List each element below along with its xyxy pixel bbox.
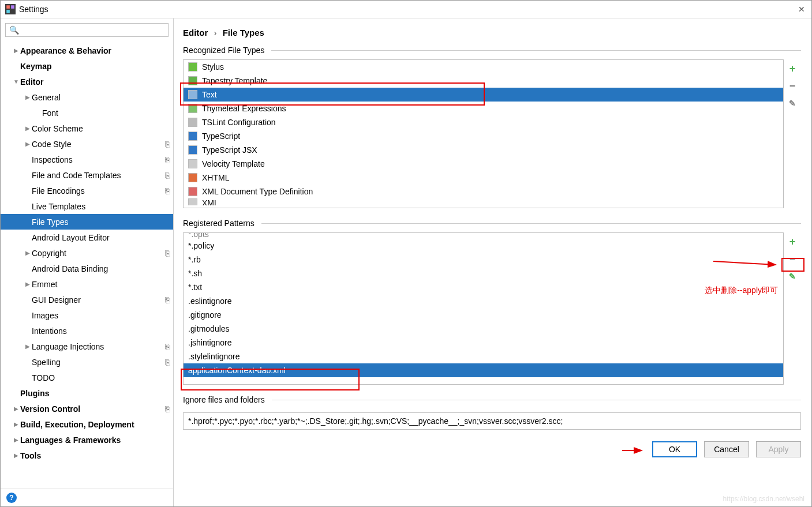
filetype-row[interactable]: TypeScript <box>184 129 783 143</box>
filetype-row[interactable]: Velocity Template <box>184 157 783 171</box>
pattern-row[interactable]: .eslintignore <box>184 294 783 308</box>
sidebar-item-code-style[interactable]: ▶Code Style⎘ <box>1 136 173 152</box>
app-icon <box>5 4 16 14</box>
chevron-icon: ▶ <box>12 47 20 54</box>
sidebar-item-images[interactable]: Images <box>1 307 173 323</box>
sidebar-item-android-data-binding[interactable]: Android Data Binding <box>1 261 173 276</box>
search-input[interactable] <box>21 25 164 35</box>
filetype-row[interactable]: XML <box>184 198 783 205</box>
ok-button[interactable]: OK <box>652 441 697 457</box>
sidebar-item-label: TODO <box>32 373 170 382</box>
pattern-row[interactable]: .stylelintignore <box>184 350 783 363</box>
filetype-row[interactable]: Text <box>184 88 783 102</box>
sidebar-item-label: File Encodings <box>32 186 165 196</box>
sidebar-item-label: Color Scheme <box>32 124 170 133</box>
pattern-row[interactable]: *.policy <box>184 239 783 253</box>
filetypes-list[interactable]: StylusTapestry TemplateTextThymeleaf Exp… <box>183 59 784 208</box>
chevron-icon: ▶ <box>24 343 32 350</box>
sidebar-item-label: Language Injections <box>32 342 165 351</box>
sidebar-item-editor[interactable]: ▼Editor <box>1 74 173 89</box>
filetypes-remove-icon[interactable]: − <box>787 80 798 92</box>
filetype-icon <box>188 118 197 127</box>
sidebar-item-copyright[interactable]: ▶Copyright⎘ <box>1 245 173 261</box>
filetype-row[interactable]: Thymeleaf Expressions <box>184 102 783 115</box>
svg-rect-1 <box>6 5 10 9</box>
annotation-arrow-apply <box>622 445 645 456</box>
help-icon[interactable]: ? <box>6 493 17 503</box>
sidebar-item-general[interactable]: ▶General <box>1 89 173 105</box>
search-input-wrapper[interactable]: 🔍 <box>5 23 169 37</box>
sidebar-item-label: Inspections <box>32 155 165 164</box>
sidebar-item-todo[interactable]: TODO <box>1 370 173 385</box>
chevron-icon: ▼ <box>12 78 20 85</box>
patterns-remove-icon[interactable]: − <box>787 253 798 265</box>
close-icon[interactable] <box>796 4 807 14</box>
apply-button[interactable]: Apply <box>756 441 801 457</box>
help-footer: ? <box>1 489 173 506</box>
sidebar-item-file-types[interactable]: File Types <box>1 214 173 230</box>
pattern-row[interactable]: *.sh <box>184 266 783 280</box>
filetype-label: XHTML <box>202 173 229 182</box>
pattern-row[interactable]: applicationContext-dao.xml <box>184 363 783 377</box>
sidebar-item-label: Languages & Frameworks <box>20 435 170 445</box>
filetype-label: TSLint Configuration <box>202 118 276 127</box>
filetype-row[interactable]: XML Document Type Definition <box>184 185 783 198</box>
filetype-label: Thymeleaf Expressions <box>202 104 286 113</box>
filetype-icon <box>188 198 197 205</box>
filetypes-add-icon[interactable]: + <box>787 63 798 74</box>
project-scope-icon: ⎘ <box>165 295 170 305</box>
filetype-label: XML Document Type Definition <box>202 187 313 196</box>
sidebar-item-build-execution-deployment[interactable]: ▶Build, Execution, Deployment <box>1 416 173 432</box>
sidebar-item-inspections[interactable]: Inspections⎘ <box>1 152 173 167</box>
filetype-row[interactable]: TypeScript JSX <box>184 143 783 157</box>
pattern-row[interactable]: *.opts <box>184 233 783 239</box>
pattern-row[interactable]: .jshintignore <box>184 336 783 350</box>
filetype-label: TypeScript JSX <box>202 145 257 155</box>
sidebar-item-label: Images <box>32 311 170 320</box>
patterns-add-icon[interactable]: + <box>787 236 798 247</box>
filetype-icon <box>188 187 197 196</box>
pattern-row[interactable]: .gitmodules <box>184 322 783 336</box>
sidebar-item-version-control[interactable]: ▶Version Control⎘ <box>1 401 173 416</box>
sidebar-item-appearance-behavior[interactable]: ▶Appearance & Behavior <box>1 43 173 58</box>
sidebar-item-languages-frameworks[interactable]: ▶Languages & Frameworks <box>1 432 173 448</box>
filetype-row[interactable]: TSLint Configuration <box>184 115 783 129</box>
filetype-row[interactable]: Stylus <box>184 60 783 74</box>
filetype-icon <box>188 145 197 155</box>
sidebar-item-emmet[interactable]: ▶Emmet <box>1 276 173 292</box>
settings-tree[interactable]: ▶Appearance & BehaviorKeymap▼Editor▶Gene… <box>1 42 173 489</box>
sidebar-item-tools[interactable]: ▶Tools <box>1 448 173 463</box>
filetypes-edit-icon[interactable]: ✎ <box>787 97 798 109</box>
chevron-icon: ▶ <box>12 421 20 427</box>
filetype-label: Velocity Template <box>202 159 265 168</box>
project-scope-icon: ⎘ <box>165 249 170 258</box>
project-scope-icon: ⎘ <box>165 186 170 196</box>
breadcrumb-root[interactable]: Editor <box>183 28 208 37</box>
patterns-list[interactable]: *.opts*.policy*.rb*.sh*.txt.eslintignore… <box>183 232 784 385</box>
sidebar-item-label: Tools <box>20 451 170 460</box>
sidebar-item-android-layout-editor[interactable]: Android Layout Editor <box>1 230 173 245</box>
pattern-row[interactable]: *.rb <box>184 253 783 266</box>
pattern-row[interactable]: *.txt <box>184 280 783 294</box>
sidebar-item-plugins[interactable]: Plugins <box>1 385 173 401</box>
sidebar-item-language-injections[interactable]: ▶Language Injections⎘ <box>1 339 173 354</box>
cancel-button[interactable]: Cancel <box>704 441 749 457</box>
pattern-row[interactable]: .gitignore <box>184 308 783 322</box>
sidebar-item-spelling[interactable]: Spelling⎘ <box>1 354 173 370</box>
patterns-edit-icon[interactable]: ✎ <box>787 271 798 282</box>
filetype-row[interactable]: XHTML <box>184 171 783 185</box>
sidebar-item-gui-designer[interactable]: GUI Designer⎘ <box>1 292 173 307</box>
sidebar-item-file-and-code-templates[interactable]: File and Code Templates⎘ <box>1 167 173 183</box>
section-title-recognized-label: Recognized File Types <box>183 46 264 55</box>
sidebar-item-keymap[interactable]: Keymap <box>1 58 173 74</box>
sidebar-item-color-scheme[interactable]: ▶Color Scheme <box>1 121 173 136</box>
ignore-input[interactable] <box>183 412 801 430</box>
sidebar-item-font[interactable]: Font <box>1 105 173 121</box>
chevron-icon: ▶ <box>12 452 20 459</box>
sidebar-item-live-templates[interactable]: Live Templates <box>1 198 173 214</box>
filetype-row[interactable]: Tapestry Template <box>184 74 783 88</box>
sidebar-item-file-encodings[interactable]: File Encodings⎘ <box>1 183 173 198</box>
patterns-panel: *.opts*.policy*.rb*.sh*.txt.eslintignore… <box>183 232 801 385</box>
breadcrumb-sep: › <box>214 28 217 37</box>
sidebar-item-intentions[interactable]: Intentions <box>1 323 173 339</box>
